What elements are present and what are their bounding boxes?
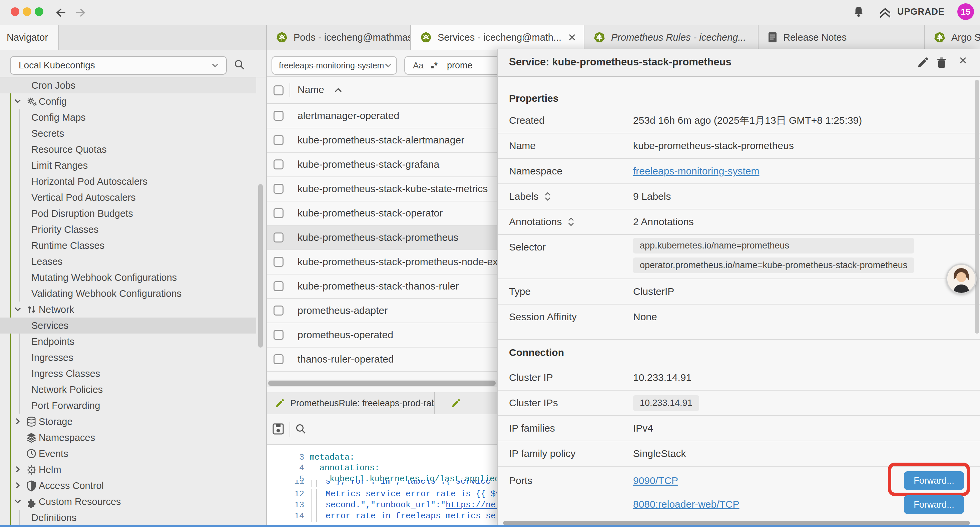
sidebar-item-config-maps[interactable]: Config Maps bbox=[0, 110, 256, 126]
save-icon[interactable] bbox=[272, 423, 284, 435]
user-avatar[interactable] bbox=[946, 263, 977, 294]
bell-icon[interactable] bbox=[851, 5, 866, 19]
sidebar-item-runtime-classes[interactable]: Runtime Classes bbox=[0, 237, 256, 253]
sidebar-item-cron-jobs[interactable]: Cron Jobs bbox=[0, 77, 256, 93]
select-all-checkbox[interactable] bbox=[274, 85, 283, 96]
sidebar-item-port-forwarding[interactable]: Port Forwarding bbox=[0, 398, 256, 414]
close-window-button[interactable] bbox=[11, 7, 19, 16]
upgrade-label[interactable]: UPGRADE bbox=[897, 7, 945, 17]
edit-pencil-icon[interactable] bbox=[916, 57, 929, 69]
table-row[interactable]: kube-prometheus-stack-prometheus-node-ex… bbox=[267, 250, 498, 274]
sidebar-item-pod-disruption-budgets[interactable]: Pod Disruption Budgets bbox=[0, 205, 256, 221]
sidebar-item-services[interactable]: Services bbox=[0, 318, 256, 334]
sort-ascending-icon[interactable] bbox=[334, 87, 343, 93]
forward-button[interactable]: Forward... bbox=[904, 495, 964, 514]
panel-scrollbar[interactable] bbox=[975, 80, 979, 334]
wrap-indent-guide bbox=[316, 489, 317, 500]
table-row[interactable]: kube-prometheus-stack-alertmanager bbox=[267, 128, 498, 153]
kubeconfig-selector[interactable]: Local Kubeconfigs bbox=[10, 56, 227, 75]
sidebar-item-network-policies[interactable]: Network Policies bbox=[0, 382, 256, 398]
forward-arrow-icon[interactable] bbox=[73, 5, 88, 20]
sidebar-item-resource-quotas[interactable]: Resource Quotas bbox=[0, 142, 256, 158]
row-checkbox[interactable] bbox=[274, 208, 283, 218]
sidebar-item-helm[interactable]: Helm bbox=[0, 462, 256, 478]
sidebar-item-validating-webhook-configurations[interactable]: Validating Webhook Configurations bbox=[0, 285, 256, 301]
expander-icon[interactable] bbox=[544, 191, 552, 201]
yaml-editor[interactable]: 3metadata:4annotations:5kubectl.kubernet… bbox=[267, 444, 498, 527]
sidebar-item-ingress-classes[interactable]: Ingress Classes bbox=[0, 366, 256, 382]
tab-services-icecheng-math[interactable]: Services - icecheng@math... bbox=[411, 25, 584, 50]
table-row[interactable]: prometheus-operated bbox=[267, 323, 498, 347]
table-row[interactable]: kube-prometheus-stack-grafana bbox=[267, 153, 498, 177]
row-checkbox[interactable] bbox=[274, 159, 283, 169]
row-checkbox[interactable] bbox=[274, 354, 283, 364]
table-row[interactable]: kube-prometheus-stack-operator bbox=[267, 201, 498, 226]
editor-tab-prometheusrule[interactable]: PrometheusRule: freeleaps-prod-rabbitmq bbox=[267, 392, 435, 414]
zoom-window-button[interactable] bbox=[35, 7, 43, 16]
notification-badge[interactable]: 15 bbox=[957, 3, 974, 20]
close-icon[interactable] bbox=[959, 57, 967, 64]
sidebar-item-label: Network Policies bbox=[31, 384, 103, 395]
filter-input[interactable]: Aa * prome bbox=[404, 56, 498, 75]
sidebar-item-vertical-pod-autoscalers[interactable]: Vertical Pod Autoscalers bbox=[0, 189, 256, 205]
table-row[interactable]: kube-prometheus-stack-prometheus bbox=[267, 226, 498, 250]
property-value-link[interactable]: freeleaps-monitoring-system bbox=[633, 166, 759, 177]
editor-tab-partial[interactable] bbox=[435, 392, 498, 414]
sidebar-item-network[interactable]: Network bbox=[0, 301, 256, 318]
tab-prometheus-rules-icecheng[interactable]: Prometheus Rules - icecheng... bbox=[584, 25, 759, 50]
sidebar-item-horizontal-pod-autoscalers[interactable]: Horizontal Pod Autoscalers bbox=[0, 174, 256, 189]
match-case-toggle[interactable]: Aa bbox=[413, 61, 424, 71]
port-link[interactable]: 8080:reloader-web/TCP bbox=[633, 498, 740, 510]
upgrade-chevrons-icon[interactable] bbox=[878, 6, 892, 21]
row-checkbox[interactable] bbox=[274, 232, 283, 242]
row-checkbox[interactable] bbox=[274, 111, 283, 121]
table-row[interactable]: kube-prometheus-stack-thanos-ruler bbox=[267, 274, 498, 299]
sidebar-scrollbar[interactable] bbox=[258, 184, 263, 347]
sidebar-item-events[interactable]: Events bbox=[0, 446, 256, 462]
horizontal-scrollbar[interactable] bbox=[267, 380, 498, 387]
row-checkbox[interactable] bbox=[274, 135, 283, 145]
tab-pods-icecheng-mathmas[interactable]: Pods - icecheng@mathmas... bbox=[267, 25, 411, 50]
back-arrow-icon[interactable] bbox=[53, 5, 68, 20]
panel-horizontal-scrollbar[interactable] bbox=[503, 521, 970, 525]
service-name: prometheus-adapter bbox=[298, 305, 388, 316]
search-icon[interactable] bbox=[295, 423, 307, 435]
sidebar-item-endpoints[interactable]: Endpoints bbox=[0, 334, 256, 350]
sidebar-item-access-control[interactable]: Access Control bbox=[0, 478, 256, 494]
sidebar-item-definitions[interactable]: Definitions bbox=[0, 509, 256, 525]
sidebar-item-priority-classes[interactable]: Priority Classes bbox=[0, 221, 256, 237]
table-row[interactable]: alertmanager-operated bbox=[267, 104, 498, 128]
row-checkbox[interactable] bbox=[274, 306, 283, 315]
namespace-selector[interactable]: freeleaps-monitoring-system bbox=[272, 56, 397, 75]
row-checkbox[interactable] bbox=[274, 184, 283, 194]
expander-icon[interactable] bbox=[567, 217, 575, 227]
tab-argo-se[interactable]: Argo Se bbox=[924, 25, 980, 50]
tab-navigator[interactable]: Navigator bbox=[0, 25, 59, 50]
port-link[interactable]: 9090/TCP bbox=[633, 475, 678, 486]
sidebar-item-namespaces[interactable]: Namespaces bbox=[0, 430, 256, 446]
table-row[interactable]: prometheus-adapter bbox=[267, 299, 498, 323]
property-row-annotations: Annotations2 Annotations bbox=[498, 209, 980, 235]
sidebar-item-config[interactable]: Config bbox=[0, 93, 256, 110]
sidebar-item-mutating-webhook-configurations[interactable]: Mutating Webhook Configurations bbox=[0, 269, 256, 285]
tab-release-notes[interactable]: Release Notes bbox=[759, 25, 924, 50]
table-row[interactable]: kube-prometheus-stack-kube-state-metrics bbox=[267, 177, 498, 201]
sidebar-item-ingresses[interactable]: Ingresses bbox=[0, 350, 256, 366]
property-label: Selector bbox=[498, 242, 633, 253]
delete-trash-icon[interactable] bbox=[936, 57, 947, 69]
sidebar-item-limit-ranges[interactable]: Limit Ranges bbox=[0, 158, 256, 174]
sidebar-item-secrets[interactable]: Secrets bbox=[0, 126, 256, 142]
row-checkbox[interactable] bbox=[274, 257, 283, 267]
search-icon[interactable] bbox=[234, 59, 245, 71]
row-checkbox[interactable] bbox=[274, 281, 283, 291]
sidebar-item-storage[interactable]: Storage bbox=[0, 414, 256, 430]
name-column-header[interactable]: Name bbox=[298, 84, 324, 96]
forward-button[interactable]: Forward... bbox=[904, 471, 964, 490]
sidebar-item-custom-resources[interactable]: Custom Resources bbox=[0, 494, 256, 509]
table-row[interactable]: thanos-ruler-operated bbox=[267, 347, 498, 372]
regex-toggle[interactable]: * bbox=[431, 61, 438, 71]
row-checkbox[interactable] bbox=[274, 330, 283, 340]
close-tab-icon[interactable] bbox=[568, 34, 576, 41]
minimize-window-button[interactable] bbox=[23, 7, 31, 16]
sidebar-item-leases[interactable]: Leases bbox=[0, 253, 256, 269]
